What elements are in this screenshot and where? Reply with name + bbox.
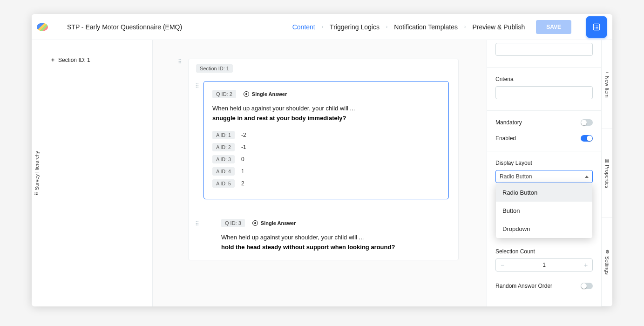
rail-properties[interactable]: ▤Properties [602,129,612,218]
hierarchy-panel: + Section ID: 1 [42,40,153,306]
section-card: Section ID: 1 ⠿ Q ID: 2 Single Answer [188,59,459,260]
question-top-row: Q ID: 2 Single Answer [212,90,440,98]
answer-id-chip: A ID: 2 [212,143,235,151]
mandatory-row: Mandatory [495,119,593,126]
hierarchy-icon: ⠿ [34,192,40,196]
answer-row[interactable]: A ID: 2-1 [212,143,440,151]
radio-icon [252,220,258,226]
canvas: ⠿ Section ID: 1 ⠿ Q ID: 2 Single An [153,40,487,306]
gear-icon: ⚙ [604,249,610,254]
random-order-toggle[interactable] [581,283,593,289]
criteria-label: Criteria [495,76,593,82]
rail-settings[interactable]: ⚙Settings [602,217,612,306]
list-icon [592,22,601,32]
divider [487,67,601,68]
selection-count-field: Selection Count − 1 + [495,248,593,272]
answer-value: 0 [241,156,244,163]
top-input[interactable] [495,43,593,56]
dropdown-option-radio-button[interactable]: Radio Button [496,183,592,202]
hierarchy-section-label: Section ID: 1 [58,57,90,63]
chevron-up-icon [585,176,589,178]
radio-icon [244,91,249,97]
chevron-right-icon: › [464,24,466,29]
drag-handle-icon[interactable]: ⠿ [193,83,201,89]
drag-handle-icon[interactable]: ⠿ [193,221,201,227]
divider [487,110,601,111]
answer-id-chip: A ID: 1 [212,131,235,139]
save-button[interactable]: SAVE [536,20,571,34]
chevron-right-icon: › [322,24,323,29]
selection-count-stepper: − 1 + [495,258,593,272]
display-layout-select[interactable]: Radio Button Radio Button Button Dropdow… [495,170,593,183]
answer-value: 2 [241,180,244,187]
logo-icon [37,23,48,31]
stepper-increment[interactable]: + [579,261,592,269]
stepper-value: 1 [509,262,579,268]
hierarchy-section-item[interactable]: + Section ID: 1 [51,57,143,63]
dropdown-option-button[interactable]: Button [496,202,592,220]
display-layout-label: Display Layout [495,160,593,166]
nav-notification-templates[interactable]: Notification Templates [394,23,458,31]
plus-icon: + [51,57,54,63]
answer-row[interactable]: A ID: 41 [212,167,440,176]
question-card-selected[interactable]: Q ID: 2 Single Answer When held up again… [203,81,449,199]
properties-icon: ▤ [604,158,610,163]
random-order-row: Random Answer Order [495,283,593,289]
dropdown-option-dropdown[interactable]: Dropdown [496,220,592,238]
enabled-label: Enabled [495,135,516,142]
left-rail[interactable]: ⠿Survey Hierarchy [32,40,42,306]
question-id-chip: Q ID: 2 [212,90,236,98]
answer-row[interactable]: A ID: 1-2 [212,131,440,139]
answers-list: A ID: 1-2 A ID: 2-1 A ID: 30 A ID: 41 A … [212,131,440,188]
nav-content[interactable]: Content [292,23,315,31]
criteria-input[interactable] [495,86,593,99]
answer-row[interactable]: A ID: 30 [212,155,440,163]
properties-panel: Criteria Mandatory Enabled Display Layou… [487,40,601,306]
logo-wrap [32,23,53,31]
random-order-label: Random Answer Order [495,283,552,289]
mandatory-toggle[interactable] [581,119,593,126]
list-panel-button[interactable] [586,16,607,38]
question-card[interactable]: Q ID: 3 Single Answer When held up again… [203,211,458,260]
answer-row[interactable]: A ID: 52 [212,179,440,188]
rail-new-item[interactable]: +New Item [602,40,612,129]
question-bold-text: snuggle in and rest at your body immedia… [212,115,440,122]
stepper-decrement[interactable]: − [496,261,509,269]
selection-count-label: Selection Count [495,248,593,255]
nav-preview-publish[interactable]: Preview & Publish [472,23,525,31]
question-top-row: Q ID: 3 Single Answer [221,219,441,227]
answer-value: -1 [241,144,246,150]
question-type-label: Single Answer [244,91,287,97]
section-id-chip: Section ID: 1 [196,64,233,73]
enabled-toggle[interactable] [581,135,593,142]
question-bold-text: hold the head steady without support whe… [221,244,441,251]
answer-value: 1 [241,168,244,175]
page-title: STP - Early Motor Questionnaire (EMQ) [67,23,182,31]
survey-hierarchy-rail-label: ⠿Survey Hierarchy [34,151,40,196]
question-id-chip: Q ID: 3 [221,219,245,227]
mandatory-label: Mandatory [495,119,522,126]
answer-id-chip: A ID: 4 [212,167,235,176]
question-stem: When held up against your shoulder, your… [221,234,441,241]
nav-triggering-logics[interactable]: Triggering Logics [330,23,380,31]
app-frame: STP - Early Motor Questionnaire (EMQ) Co… [32,14,612,306]
section-header: Section ID: 1 [189,59,458,73]
display-layout-dropdown: Radio Button Button Dropdown [496,183,592,238]
question-type-label: Single Answer [252,220,296,226]
answer-id-chip: A ID: 5 [212,179,235,188]
answer-id-chip: A ID: 3 [212,155,235,163]
field-unlabeled-top [495,43,593,56]
drag-handle-icon[interactable]: ⠿ [176,59,183,65]
breadcrumb-nav: Content › Triggering Logics › Notificati… [292,16,607,38]
body: ⠿Survey Hierarchy + Section ID: 1 ⠿ Sect… [32,40,612,306]
criteria-field: Criteria [495,76,593,99]
display-layout-value: Radio Button [500,173,532,180]
plus-icon: + [604,71,610,74]
header: STP - Early Motor Questionnaire (EMQ) Co… [32,14,612,40]
answer-value: -2 [241,132,246,138]
right-rail: +New Item ▤Properties ⚙Settings [601,40,612,306]
chevron-right-icon: › [386,24,387,29]
divider [487,151,601,151]
question-stem: When held up against your shoulder, your… [212,105,440,112]
enabled-row: Enabled [495,135,593,142]
